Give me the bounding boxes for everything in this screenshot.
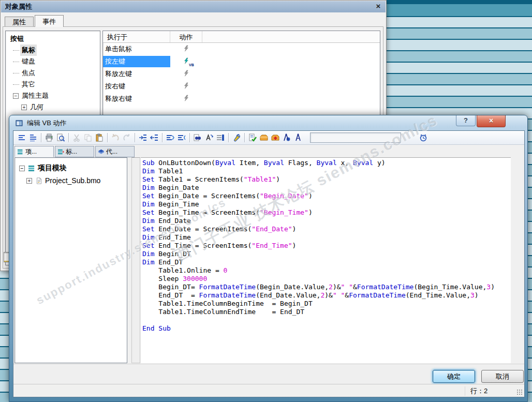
object-properties-titlebar[interactable]: 对象属性	[1, 1, 386, 12]
ok-button[interactable]: 确定	[433, 370, 475, 383]
collapse-icon[interactable]: −	[19, 166, 25, 171]
vb-code-editor[interactable]: Sub OnLButtonDown(Byval Item, Byval Flag…	[141, 157, 511, 363]
uncomment-button[interactable]	[176, 132, 187, 143]
code-line: Table1.TimeColumnBeginTime = Begin_DT	[142, 300, 511, 308]
print-button[interactable]	[43, 132, 55, 143]
event-row-按右键[interactable]: 按右键	[103, 80, 380, 93]
output-window-button[interactable]	[27, 132, 39, 143]
copy-icon	[84, 133, 92, 142]
code-margin-gutter	[131, 157, 140, 363]
code-line: Dim Begin_Date	[142, 184, 511, 192]
print-icon	[45, 133, 53, 142]
wrench-button[interactable]	[231, 132, 242, 143]
tab-project-modules[interactable]: 项...	[14, 146, 54, 157]
vb-action-tag: VB	[189, 63, 194, 67]
lightning-icon	[183, 70, 190, 77]
collapse-icon[interactable]: −	[13, 93, 19, 99]
comment-icon	[166, 133, 174, 142]
column-header-动作[interactable]: 动作	[170, 31, 202, 42]
tree-item-label: 按钮	[9, 33, 25, 44]
indent-icon	[139, 133, 147, 142]
tree-item-几何[interactable]: +几何	[21, 101, 100, 113]
code-line: End Sub	[142, 324, 511, 333]
code-line: Begin_DT= FormatDateTime(Begin_Date.Valu…	[142, 283, 511, 291]
toolbar-separator	[189, 133, 190, 142]
help-button[interactable]: ?	[456, 115, 476, 126]
code-line: Set Table1 = ScreenItems("Table1")	[142, 175, 511, 184]
tree-item-属性主题[interactable]: −属性主题	[13, 90, 100, 101]
toolbar-combo-box[interactable]	[310, 132, 401, 143]
action-cell[interactable]	[170, 95, 202, 103]
paste-button[interactable]	[94, 132, 105, 143]
close-icon[interactable]: ×	[374, 2, 383, 11]
first-aid-button[interactable]	[270, 132, 281, 143]
tree-item-按钮[interactable]: 按钮	[9, 33, 100, 44]
replace-button[interactable]	[203, 132, 215, 143]
compass-button[interactable]	[292, 132, 304, 143]
tree-node-project-sub[interactable]: + Project_Sub.bmo	[26, 174, 127, 187]
column-header-执行于[interactable]: 执行于	[103, 31, 170, 42]
compass-ball-icon	[283, 133, 291, 142]
code-line: Dim End_Date	[142, 217, 511, 225]
indent-button[interactable]	[137, 132, 149, 143]
alarm-clock-icon	[419, 133, 427, 142]
close-button[interactable]: ×	[477, 115, 506, 127]
expand-icon[interactable]: +	[26, 178, 32, 184]
status-bar: 行：2	[13, 384, 524, 397]
tab-tags[interactable]: 标...	[55, 146, 94, 157]
comment-button[interactable]	[165, 132, 176, 143]
action-cell[interactable]	[170, 82, 202, 91]
alarm-clock-button[interactable]	[418, 132, 429, 143]
tree-item-其它[interactable]: 其它	[13, 79, 100, 90]
expand-icon[interactable]: +	[21, 105, 27, 110]
tab-属性[interactable]: 属性	[5, 17, 34, 27]
tab-label: 代...	[106, 147, 117, 156]
resize-grip[interactable]	[516, 389, 523, 395]
project-modules-tree[interactable]: − 项目模块 + Project_Sub.bmo	[14, 157, 127, 363]
tags-tab-icon	[57, 149, 64, 155]
code-line	[142, 316, 511, 324]
project-tab-icon	[17, 149, 24, 155]
tree-node-project-modules[interactable]: − 项目模块	[19, 162, 127, 174]
toolbar-separator	[107, 133, 108, 142]
action-cell[interactable]	[170, 70, 202, 79]
project-window-button[interactable]	[16, 132, 27, 143]
lightning-icon	[183, 95, 190, 102]
event-row-释放左键[interactable]: 释放左键	[103, 68, 380, 80]
uncomment-icon	[178, 133, 186, 142]
column-header[interactable]	[202, 31, 380, 42]
action-cell[interactable]	[170, 45, 202, 54]
event-name: 释放右键	[103, 93, 170, 105]
tree-item-键盘[interactable]: 键盘	[13, 56, 100, 67]
toolbar-separator	[228, 133, 229, 142]
tab-code-templates[interactable]: 代...	[95, 146, 135, 157]
dialog-titlebar[interactable]: 编辑 VB 动作	[9, 115, 527, 130]
event-table-header: 执行于动作	[103, 31, 380, 43]
action-cell[interactable]: VB	[170, 57, 202, 66]
tab-事件[interactable]: 事件	[35, 15, 64, 27]
toolbox-button[interactable]	[258, 132, 270, 143]
code-line: Set Begin_Date = ScreenItems("Begin_Date…	[142, 192, 511, 200]
bookmark-button[interactable]	[215, 132, 226, 143]
tree-item-label: 几何	[28, 101, 45, 113]
event-name: 单击鼠标	[103, 43, 170, 55]
code-line: Dim Begin_Time	[142, 200, 511, 209]
object-properties-tabs: 属性事件	[5, 15, 65, 27]
compass-ball-button[interactable]	[281, 132, 292, 143]
tree-item-鼠标[interactable]: 鼠标	[13, 44, 100, 56]
cancel-button[interactable]: 取消	[481, 370, 524, 383]
syntax-check-button[interactable]	[247, 132, 258, 143]
outdent-button[interactable]	[149, 132, 160, 143]
tab-label: 项...	[25, 147, 37, 156]
print-preview-button[interactable]	[55, 132, 66, 143]
find-button[interactable]	[192, 132, 203, 143]
event-row-释放右键[interactable]: 释放右键	[103, 93, 380, 105]
module-folder-icon	[28, 165, 36, 172]
code-line: Set Begin_Time = ScreenItems("Begin_Time…	[142, 209, 511, 217]
tree-node-label: 项目模块	[38, 163, 67, 173]
event-row-单击鼠标[interactable]: 单击鼠标	[103, 43, 380, 55]
toolbox-icon	[260, 133, 268, 142]
event-row-按左键[interactable]: 按左键VB	[103, 55, 380, 68]
tree-item-焦点[interactable]: 焦点	[13, 67, 100, 79]
toolbar-separator	[135, 133, 135, 142]
